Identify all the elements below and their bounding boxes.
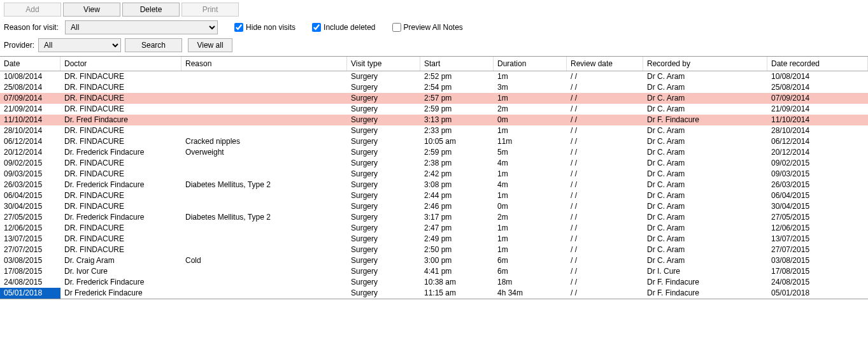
view-all-button[interactable]: View all (188, 38, 232, 52)
cell-duration: 1m (494, 93, 567, 104)
cell-date_recorded: 24/08/2015 (767, 277, 868, 288)
cell-recorded_by: Dr C. Aram (643, 244, 767, 255)
cell-duration: 0m (494, 201, 567, 212)
cell-visit: Surgery (347, 147, 420, 158)
table-row[interactable]: 13/07/2015DR. FINDACURESurgery2:49 pm1m/… (0, 234, 868, 244)
table-row[interactable]: 30/04/2015DR. FINDACURESurgery2:46 pm0m/… (0, 201, 868, 212)
reason-select[interactable]: All (65, 20, 218, 34)
cell-reason (181, 71, 347, 82)
cell-date: 26/03/2015 (0, 180, 60, 190)
table-row[interactable]: 20/12/2014Dr. Frederick FindacureOverwei… (0, 147, 868, 158)
table-row[interactable]: 05/01/2018Dr Frederick FindacureSurgery1… (0, 288, 868, 299)
table-row[interactable]: 21/09/2014DR. FINDACURESurgery2:59 pm2m/… (0, 104, 868, 115)
cell-date: 27/05/2015 (0, 212, 60, 223)
table-row[interactable]: 07/09/2014DR. FINDACURESurgery2:57 pm1m/… (0, 93, 868, 104)
table-row[interactable]: 28/10/2014DR. FINDACURESurgery2:33 pm1m/… (0, 125, 868, 136)
print-button[interactable]: Print (181, 3, 239, 17)
cell-review: / / (567, 104, 643, 115)
cell-start: 4:41 pm (420, 266, 494, 277)
cell-reason: Overweight (181, 147, 347, 158)
cell-duration: 4m (494, 158, 567, 169)
provider-select[interactable]: All (38, 38, 121, 52)
col-review-date[interactable]: Review date (567, 57, 643, 71)
table-row[interactable]: 03/08/2015Dr. Craig AramColdSurgery3:00 … (0, 255, 868, 266)
table-row[interactable]: 17/08/2015Dr. Ivor CureSurgery4:41 pm6m/… (0, 266, 868, 277)
cell-date_recorded: 06/04/2015 (767, 190, 868, 201)
cell-recorded_by: Dr C. Aram (643, 104, 767, 115)
cell-review: / / (567, 277, 643, 288)
table-row[interactable]: 10/08/2014DR. FINDACURESurgery2:52 pm1m/… (0, 71, 868, 82)
cell-start: 3:08 pm (420, 180, 494, 190)
delete-button[interactable]: Delete (122, 3, 180, 17)
cell-date_recorded: 20/12/2014 (767, 147, 868, 158)
cell-review: / / (567, 244, 643, 255)
cell-date_recorded: 25/08/2014 (767, 82, 868, 93)
cell-start: 11:15 am (420, 288, 494, 299)
include-deleted-checkbox[interactable] (312, 23, 321, 32)
table-row[interactable]: 27/05/2015Dr. Frederick FindacureDiabete… (0, 212, 868, 223)
cell-recorded_by: Dr C. Aram (643, 158, 767, 169)
search-button[interactable]: Search (125, 38, 182, 52)
cell-recorded_by: Dr C. Aram (643, 93, 767, 104)
table-row[interactable]: 24/08/2015Dr. Frederick FindacureSurgery… (0, 277, 868, 288)
cell-reason (181, 223, 347, 234)
table-row[interactable]: 09/03/2015DR. FINDACURESurgery2:42 pm1m/… (0, 169, 868, 180)
col-reason[interactable]: Reason (181, 57, 347, 71)
preview-all-notes-checkbox[interactable] (392, 23, 401, 32)
cell-date_recorded: 07/09/2014 (767, 93, 868, 104)
col-recorded-by[interactable]: Recorded by (643, 57, 767, 71)
cell-date_recorded: 10/08/2014 (767, 71, 868, 82)
table-row[interactable]: 12/06/2015DR. FINDACURESurgery2:47 pm1m/… (0, 223, 868, 234)
col-visit-type[interactable]: Visit type (347, 57, 420, 71)
table-row[interactable]: 25/08/2014DR. FINDACURESurgery2:54 pm3m/… (0, 82, 868, 93)
cell-date_recorded: 21/09/2014 (767, 104, 868, 115)
cell-recorded_by: Dr C. Aram (643, 212, 767, 223)
cell-review: / / (567, 180, 643, 190)
table-row[interactable]: 09/02/2015DR. FINDACURESurgery2:38 pm4m/… (0, 158, 868, 169)
cell-start: 10:38 am (420, 277, 494, 288)
cell-date_recorded: 12/06/2015 (767, 223, 868, 234)
include-deleted-label[interactable]: Include deleted (324, 23, 375, 32)
cell-review: / / (567, 190, 643, 201)
cell-review: / / (567, 255, 643, 266)
col-start[interactable]: Start (420, 57, 494, 71)
cell-date: 12/06/2015 (0, 223, 60, 234)
cell-date: 24/08/2015 (0, 277, 60, 288)
cell-visit: Surgery (347, 255, 420, 266)
cell-doctor: DR. FINDACURE (60, 223, 181, 234)
col-date-recorded[interactable]: Date recorded (767, 57, 868, 71)
cell-review: / / (567, 223, 643, 234)
cell-review: / / (567, 82, 643, 93)
view-button[interactable]: View (63, 3, 120, 17)
cell-duration: 18m (494, 277, 567, 288)
hide-non-visits-checkbox[interactable] (234, 23, 243, 32)
table-row[interactable]: 06/12/2014DR. FINDACURECracked nipplesSu… (0, 136, 868, 147)
add-button[interactable]: Add (4, 3, 61, 17)
cell-date_recorded: 17/08/2015 (767, 266, 868, 277)
cell-doctor: Dr. Frederick Findacure (60, 180, 181, 190)
cell-doctor: Dr. Craig Aram (60, 255, 181, 266)
col-doctor[interactable]: Doctor (60, 57, 181, 71)
cell-date: 09/03/2015 (0, 169, 60, 180)
cell-reason (181, 169, 347, 180)
hide-non-visits-label[interactable]: Hide non visits (246, 23, 295, 32)
table-row[interactable]: 27/07/2015DR. FINDACURESurgery2:50 pm1m/… (0, 244, 868, 255)
cell-date_recorded: 09/02/2015 (767, 158, 868, 169)
cell-visit: Surgery (347, 266, 420, 277)
table-row[interactable]: 11/10/2014Dr. Fred FindacureSurgery3:13 … (0, 115, 868, 125)
cell-doctor: DR. FINDACURE (60, 234, 181, 244)
col-duration[interactable]: Duration (494, 57, 567, 71)
table-row[interactable]: 06/04/2015DR. FINDACURESurgery2:44 pm1m/… (0, 190, 868, 201)
col-date[interactable]: Date (0, 57, 60, 71)
provider-label: Provider: (4, 41, 34, 50)
grid-header: Date Doctor Reason Visit type Start Dura… (0, 57, 868, 71)
cell-recorded_by: Dr F. Findacure (643, 288, 767, 299)
preview-all-notes-label[interactable]: Preview All Notes (404, 23, 463, 32)
cell-date_recorded: 06/12/2014 (767, 136, 868, 147)
cell-duration: 1m (494, 190, 567, 201)
cell-visit: Surgery (347, 234, 420, 244)
cell-reason (181, 125, 347, 136)
table-row[interactable]: 26/03/2015Dr. Frederick FindacureDiabete… (0, 180, 868, 190)
cell-doctor: DR. FINDACURE (60, 169, 181, 180)
cell-duration: 2m (494, 104, 567, 115)
